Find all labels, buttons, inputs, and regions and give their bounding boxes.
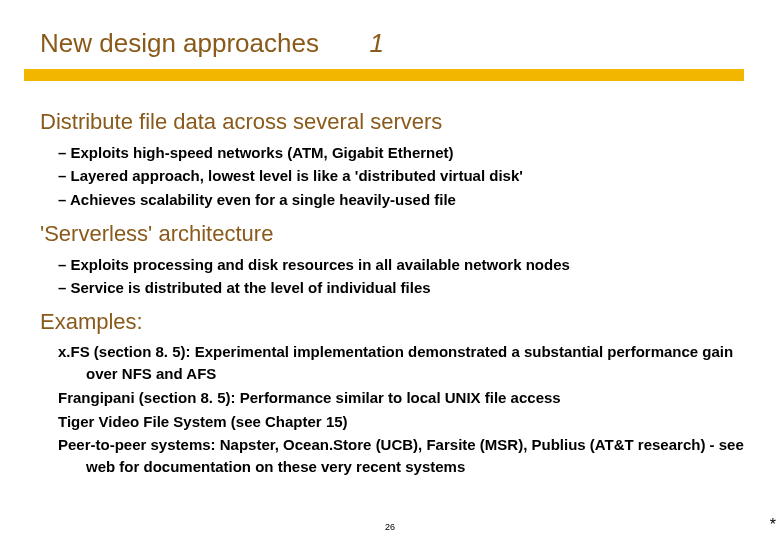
- asterisk-mark: *: [770, 516, 776, 534]
- section-heading: Distribute file data across several serv…: [40, 109, 750, 135]
- bullet-list: Exploits processing and disk resources i…: [58, 253, 750, 300]
- example-item: x.FS (section 8. 5): Experimental implem…: [58, 341, 750, 385]
- bullet-item: Exploits high-speed networks (ATM, Gigab…: [58, 141, 750, 164]
- example-item: Tiger Video File System (see Chapter 15): [58, 411, 750, 433]
- examples-list: x.FS (section 8. 5): Experimental implem…: [58, 341, 750, 478]
- bullet-item: Service is distributed at the level of i…: [58, 276, 750, 299]
- slide: New design approaches 1 Distribute file …: [0, 0, 780, 540]
- slide-title-row: New design approaches 1: [0, 0, 780, 59]
- example-item: Peer-to-peer systems: Napster, Ocean.Sto…: [58, 434, 750, 478]
- bullet-item: Achieves scalability even for a single h…: [58, 188, 750, 211]
- slide-title: New design approaches: [40, 28, 319, 58]
- example-item: Frangipani (section 8. 5): Performance s…: [58, 387, 750, 409]
- page-number: 26: [0, 522, 780, 532]
- bullet-item: Exploits processing and disk resources i…: [58, 253, 750, 276]
- slide-title-number: 1: [369, 28, 383, 58]
- bullet-list: Exploits high-speed networks (ATM, Gigab…: [58, 141, 750, 211]
- examples-heading: Examples:: [40, 309, 750, 335]
- slide-body: Distribute file data across several serv…: [0, 81, 780, 478]
- section-heading: 'Serverless' architecture: [40, 221, 750, 247]
- accent-bar: [24, 69, 744, 81]
- bullet-item: Layered approach, lowest level is like a…: [58, 164, 750, 187]
